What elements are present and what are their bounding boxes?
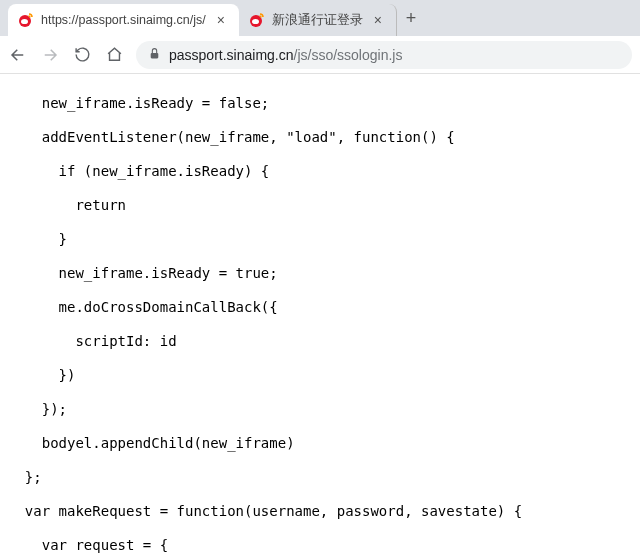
code-line: var makeRequest = function(username, pas… [8,503,640,520]
toolbar: passport.sinaimg.cn/js/sso/ssologin.js [0,36,640,74]
home-button[interactable] [104,45,124,65]
address-bar[interactable]: passport.sinaimg.cn/js/sso/ssologin.js [136,41,632,69]
tab-close-icon[interactable]: × [370,12,386,28]
code-line: if (new_iframe.isReady) { [8,163,640,180]
tab-close-icon[interactable]: × [213,12,229,28]
weibo-favicon-icon [18,12,34,28]
tab-inactive[interactable]: 新浪通行证登录 × [239,4,397,36]
tab-title: 新浪通行证登录 [272,12,363,29]
tab-title: https://passport.sinaimg.cn/js/ [41,13,206,27]
tab-strip: https://passport.sinaimg.cn/js/ × 新浪通行证登… [0,0,640,36]
code-line: new_iframe.isReady = true; [8,265,640,282]
page-content: new_iframe.isReady = false; addEventList… [0,74,640,560]
reload-button[interactable] [72,45,92,65]
svg-point-3 [252,19,259,24]
svg-rect-4 [151,52,159,57]
code-line: }; [8,469,640,486]
svg-point-1 [21,19,28,24]
code-line: } [8,231,640,248]
lock-icon [148,47,161,63]
new-tab-button[interactable]: + [397,8,425,29]
code-line: scriptId: id [8,333,640,350]
tab-active[interactable]: https://passport.sinaimg.cn/js/ × [8,4,239,36]
code-line: bodyel.appendChild(new_iframe) [8,435,640,452]
code-line: me.doCrossDomainCallBack({ [8,299,640,316]
code-line: return [8,197,640,214]
code-line: }); [8,401,640,418]
code-line: new_iframe.isReady = false; [8,95,640,112]
code-line: var request = { [8,537,640,554]
weibo-favicon-icon [249,12,265,28]
forward-button[interactable] [40,45,60,65]
url-text: passport.sinaimg.cn/js/sso/ssologin.js [169,47,402,63]
code-line: }) [8,367,640,384]
code-line: addEventListener(new_iframe, "load", fun… [8,129,640,146]
back-button[interactable] [8,45,28,65]
